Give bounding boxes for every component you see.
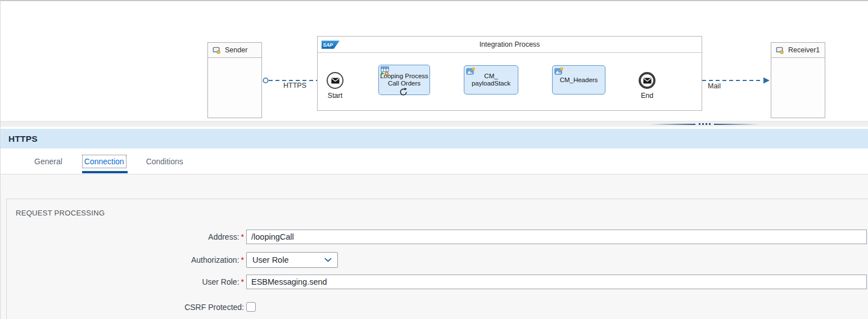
csrf-protected-label: CSRF Protected: (1, 302, 244, 312)
user-role-label: User Role: * (1, 275, 244, 289)
task-label-line1: CM_Headers (560, 77, 598, 84)
user-role-label-text: User Role: (202, 277, 239, 286)
message-icon (331, 78, 340, 84)
sap-logo-text: SAP (323, 42, 333, 48)
content-modifier-icon (466, 67, 475, 76)
splitter-grip-icon[interactable] (650, 123, 759, 125)
panel-title: HTTPS (8, 134, 38, 144)
chevron-down-icon (324, 258, 332, 262)
authorization-selected-value: User Role (252, 255, 288, 264)
tab-connection-label: Connection (84, 157, 124, 166)
loop-marker-icon (399, 87, 408, 97)
tab-conditions-label: Conditions (146, 157, 183, 166)
address-label: Address: * (1, 230, 244, 244)
authorization-label: Authorization: * (1, 252, 244, 268)
panel-splitter[interactable] (1, 121, 868, 127)
task-cm-payloadstack[interactable]: CM_ payloadStack (464, 65, 518, 95)
mail-flow-label: Mail (708, 82, 721, 90)
end-event-label: End (630, 92, 664, 100)
address-input[interactable] (246, 230, 867, 244)
message-icon (643, 78, 652, 84)
end-event[interactable] (639, 72, 655, 89)
panel-tab-bar: General Connection Conditions (1, 149, 868, 174)
section-title: REQUEST PROCESSING (16, 209, 105, 217)
authorization-select[interactable]: User Role (246, 252, 338, 268)
authorization-label-text: Authorization: (191, 255, 239, 264)
sender-label: Sender (225, 46, 247, 54)
property-panel-header: HTTPS (1, 129, 868, 149)
content-modifier-icon (554, 67, 563, 76)
sender-participant[interactable]: Sender (207, 42, 262, 118)
sap-logo-icon: SAP (322, 41, 340, 49)
start-event-label: Start (318, 92, 352, 100)
receiver-participant[interactable]: Receiver1 (771, 42, 825, 118)
task-cm-headers[interactable]: CM_Headers (552, 65, 605, 95)
participant-icon (776, 46, 784, 55)
iflow-diagram-canvas[interactable]: Sender SAP Integration Process (1, 1, 868, 122)
required-asterisk: * (241, 277, 244, 286)
participant-icon (213, 46, 221, 55)
task-label-line2: payloadStack (472, 80, 510, 87)
receiver-label: Receiver1 (788, 46, 820, 54)
connection-tab-content: REQUEST PROCESSING Address: * Authorizat… (1, 174, 868, 319)
process-call-icon (381, 66, 390, 75)
process-title: Integration Process (480, 41, 540, 48)
user-role-input[interactable] (246, 275, 867, 289)
tab-general[interactable]: General (34, 149, 62, 174)
tab-general-label: General (34, 157, 62, 166)
task-looping-process-call[interactable]: Looping Process Call Orders (378, 65, 430, 95)
sender-header: Sender (208, 43, 261, 58)
integration-process-header: SAP Integration Process (318, 37, 702, 53)
tab-connection[interactable]: Connection (84, 149, 124, 174)
task-label-line2: Call Orders (388, 80, 421, 87)
address-label-text: Address: (208, 232, 239, 241)
cpi-iflow-editor: Sender SAP Integration Process (0, 0, 868, 319)
csrf-protected-checkbox[interactable] (246, 302, 256, 312)
csrf-protected-label-text: CSRF Protected: (184, 303, 244, 312)
https-flow-label: HTTPS (283, 82, 306, 89)
tab-conditions[interactable]: Conditions (146, 149, 183, 174)
task-label-line1: CM_ (484, 73, 498, 80)
start-event[interactable] (327, 72, 343, 89)
receiver-header: Receiver1 (771, 43, 825, 58)
required-asterisk: * (241, 232, 244, 241)
required-asterisk: * (241, 255, 244, 264)
